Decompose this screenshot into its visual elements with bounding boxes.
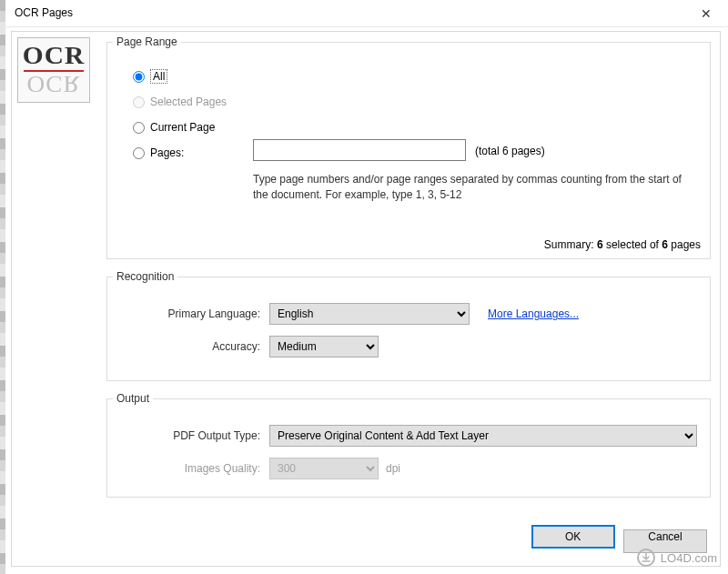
radio-current-input[interactable] <box>133 122 145 134</box>
images-quality-label: Images Quality: <box>142 462 269 475</box>
recognition-legend: Recognition <box>113 270 177 283</box>
close-icon: ✕ <box>701 6 712 21</box>
images-quality-row: Images Quality: 300 dpi <box>142 458 400 479</box>
pagerange-legend: Page Range <box>113 35 181 48</box>
ocr-icon: OCR OCR <box>17 37 90 103</box>
radio-selected-label: Selected Pages <box>150 96 227 108</box>
primary-language-label: Primary Language: <box>142 307 269 320</box>
summary-text: Summary: 6 selected of 6 pages <box>544 238 701 251</box>
radio-all-input[interactable] <box>133 71 145 83</box>
ocr-icon-text: OCR <box>16 44 91 67</box>
radio-selected-input <box>133 96 145 108</box>
accuracy-select[interactable]: Medium <box>269 336 379 357</box>
radio-all[interactable]: All <box>133 68 167 85</box>
radio-pages-input[interactable] <box>133 147 145 159</box>
output-legend: Output <box>113 392 153 405</box>
button-bar: OK Cancel <box>526 525 707 553</box>
window-close-button[interactable]: ✕ <box>690 3 723 25</box>
output-type-label: PDF Output Type: <box>142 429 269 442</box>
dialog-body: OCR OCR Page Range All Selected Pages Cu… <box>11 31 721 567</box>
primary-language-row: Primary Language: English More Languages… <box>142 303 579 325</box>
accuracy-label: Accuracy: <box>142 340 269 353</box>
radio-pages[interactable]: Pages: <box>133 145 184 161</box>
output-type-select[interactable]: Preserve Original Content & Add Text Lay… <box>269 425 697 447</box>
app-edge-strip <box>0 0 5 574</box>
radio-pages-label: Pages: <box>150 146 184 159</box>
accuracy-row: Accuracy: Medium <box>142 336 379 357</box>
titlebar: OCR Pages ✕ <box>5 0 728 27</box>
recognition-group: Recognition Primary Language: English Mo… <box>106 270 711 381</box>
window-title: OCR Pages <box>15 6 73 19</box>
radio-selected: Selected Pages <box>133 94 227 110</box>
images-quality-select: 300 <box>269 458 379 479</box>
more-languages-link[interactable]: More Languages... <box>488 307 579 320</box>
total-pages-text: (total 6 pages) <box>475 145 545 157</box>
ocr-icon-reflection: OCR <box>26 73 80 95</box>
output-type-row: PDF Output Type: Preserve Original Conte… <box>142 425 697 447</box>
output-group: Output PDF Output Type: Preserve Origina… <box>106 392 711 498</box>
radio-all-label: All <box>150 69 167 84</box>
radio-current-label: Current Page <box>150 121 215 134</box>
pages-hint: Type page numbers and/or page ranges sep… <box>253 172 699 203</box>
primary-language-select[interactable]: English <box>269 303 470 325</box>
ok-button[interactable]: OK <box>531 525 615 549</box>
radio-current[interactable]: Current Page <box>133 119 215 136</box>
pagerange-group: Page Range All Selected Pages Current Pa… <box>106 35 711 259</box>
dpi-label: dpi <box>386 462 400 475</box>
pages-input[interactable] <box>253 139 466 161</box>
cancel-button[interactable]: Cancel <box>623 529 707 553</box>
